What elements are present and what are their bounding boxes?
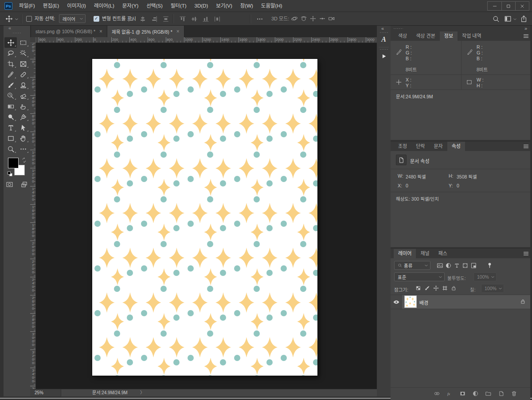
document-tab-stars[interactable]: stars.png @ 100% (RGB/8) * ×	[31, 26, 107, 37]
menu-item-10[interactable]: 도움말(H)	[257, 0, 286, 12]
orbit-3d-icon[interactable]	[291, 15, 298, 22]
expand-dock-icon[interactable]: »	[524, 26, 527, 31]
image-filter-icon[interactable]	[437, 262, 443, 269]
panel-grip[interactable]	[393, 28, 403, 29]
x-value[interactable]: 0	[406, 183, 408, 188]
smudge-tool[interactable]	[17, 101, 29, 112]
adjustment-filter-icon[interactable]	[445, 262, 452, 269]
layer-mask-icon[interactable]	[459, 390, 466, 397]
align-right-icon[interactable]	[151, 16, 158, 23]
new-adjustment-icon[interactable]	[472, 390, 479, 397]
menu-item-7[interactable]: 3D(D)	[191, 0, 212, 12]
eraser-tool[interactable]	[17, 90, 29, 101]
character-panel-button[interactable]: A	[378, 33, 390, 46]
pasteboard[interactable]	[36, 43, 377, 389]
menu-item-5[interactable]: 선택(S)	[142, 0, 167, 12]
foreground-color-swatch[interactable]	[8, 158, 19, 168]
auto-select-checkbox[interactable]	[26, 16, 32, 22]
layers-panel-menu-icon[interactable]	[523, 250, 529, 257]
layers-tab-0[interactable]: 레이어	[394, 249, 416, 258]
filter-pin-toggle[interactable]	[486, 262, 493, 268]
tool-preset-chevron-icon[interactable]	[15, 17, 19, 21]
document-tab-untitled[interactable]: 제목 없음-1 @ 25% (RGB/8) * ×	[107, 26, 184, 37]
magic-wand-tool[interactable]	[17, 48, 29, 58]
layer-name[interactable]: 배경	[419, 299, 428, 306]
lasso-tool[interactable]	[4, 48, 17, 58]
dodge-tool[interactable]	[4, 112, 17, 122]
crop-tool[interactable]	[4, 58, 17, 69]
workspace-switcher-icon[interactable]	[504, 15, 512, 23]
share-icon[interactable]	[520, 15, 528, 23]
maximize-button[interactable]	[501, 2, 515, 10]
layer-effects-icon[interactable]: fx	[446, 390, 453, 397]
canvas[interactable]	[92, 59, 317, 376]
eyedropper-icon[interactable]	[396, 49, 403, 55]
healing-brush-tool[interactable]	[17, 69, 29, 80]
minimize-button[interactable]	[488, 2, 501, 10]
layers-tab-1[interactable]: 채널	[416, 249, 434, 258]
y-value[interactable]: 0	[457, 183, 459, 188]
ruler-corner[interactable]	[30, 37, 36, 43]
properties-tab-2[interactable]: 문자	[430, 142, 447, 151]
info-tab-2[interactable]: 정보	[440, 31, 458, 41]
close-tab-icon[interactable]: ×	[176, 29, 180, 34]
collapse-dock-icon[interactable]: «	[381, 26, 384, 31]
path-selection-tool[interactable]	[17, 122, 29, 133]
auto-select-target-dropdown[interactable]: 레이어	[59, 14, 86, 23]
camera-3d-icon[interactable]	[328, 15, 335, 22]
layer-row-background[interactable]: 배경	[402, 295, 530, 309]
lock-all-icon[interactable]	[451, 285, 457, 291]
pen-tool[interactable]	[17, 112, 29, 122]
move-tool-options-icon[interactable]	[5, 15, 13, 23]
menu-item-4[interactable]: 문자(Y)	[118, 0, 143, 12]
new-group-icon[interactable]	[485, 390, 492, 397]
link-layers-icon[interactable]	[434, 390, 440, 397]
swap-colors-icon[interactable]	[21, 157, 27, 163]
align-middle-icon[interactable]	[191, 16, 198, 23]
brush-tool[interactable]	[4, 80, 17, 90]
new-layer-icon[interactable]	[498, 390, 505, 397]
layer-visibility-eye-icon[interactable]	[393, 299, 400, 306]
properties-tab-0[interactable]: 조정	[394, 142, 411, 151]
collapse-toolbar-icon[interactable]: «	[8, 25, 11, 31]
close-tab-icon[interactable]: ×	[99, 29, 102, 34]
height-value[interactable]: 3508 픽셀	[457, 173, 477, 180]
menu-item-6[interactable]: 필터(T)	[167, 0, 191, 12]
info-tab-3[interactable]: 작업 내역	[458, 31, 486, 41]
properties-panel-menu-icon[interactable]	[523, 143, 529, 150]
close-button[interactable]	[515, 2, 529, 10]
bit-depth-label[interactable]: 8비트	[477, 66, 488, 73]
rectangle-tool[interactable]	[4, 133, 17, 144]
blend-mode-dropdown[interactable]: 표준	[394, 272, 445, 281]
delete-layer-icon[interactable]	[511, 390, 517, 397]
align-left-icon[interactable]	[128, 16, 135, 23]
align-top-icon[interactable]	[179, 16, 186, 23]
fill-dropdown[interactable]: 100%	[481, 284, 504, 293]
roll-3d-icon[interactable]	[300, 15, 307, 22]
actions-panel-button[interactable]	[378, 50, 390, 62]
show-transform-checkbox[interactable]	[94, 16, 99, 22]
layer-filter-dropdown[interactable]: 종류	[394, 261, 430, 270]
properties-tab-3[interactable]: 속성	[447, 142, 465, 151]
menu-item-3[interactable]: 레이어(L)	[90, 0, 118, 12]
type-tool[interactable]	[4, 122, 17, 133]
more-align-options-icon[interactable]	[256, 16, 263, 23]
edit-toolbar[interactable]	[17, 144, 29, 154]
layer-thumbnail[interactable]	[404, 295, 417, 308]
properties-tab-1[interactable]: 단락	[411, 142, 429, 151]
photoshop-logo-icon[interactable]: Ps	[4, 2, 12, 10]
screen-mode-button[interactable]	[20, 181, 28, 188]
distribute-h-icon[interactable]	[214, 16, 221, 23]
lock-transparent-icon[interactable]	[415, 285, 421, 291]
zoom-tool[interactable]	[4, 144, 17, 154]
default-colors-icon[interactable]	[7, 171, 13, 177]
horizontal-ruler[interactable]: 6004002000200400600800100012001400160018…	[36, 37, 377, 43]
menu-item-0[interactable]: 파일(F)	[15, 0, 39, 12]
frame-tool[interactable]	[17, 58, 29, 69]
pan-3d-icon[interactable]	[309, 15, 317, 22]
eyedropper-tool[interactable]	[4, 69, 17, 80]
shape-filter-icon[interactable]	[462, 262, 469, 269]
eyedropper-icon[interactable]	[467, 49, 473, 55]
bit-depth-label[interactable]: 8비트	[406, 66, 417, 73]
history-brush-tool[interactable]	[4, 90, 17, 101]
